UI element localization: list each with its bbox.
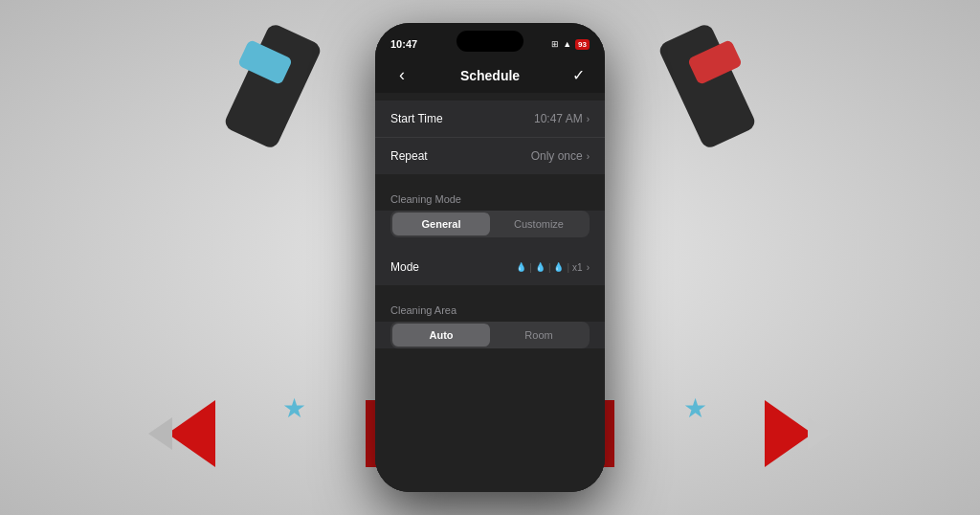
wifi-icon: ▲ xyxy=(563,39,571,49)
red-arrow-right xyxy=(765,400,813,467)
red-arrow-right-notch xyxy=(808,417,832,450)
sep-1: | xyxy=(529,262,532,273)
sep-3: | xyxy=(567,262,569,273)
star-right-icon: ★ xyxy=(683,392,707,424)
water-icon-1: 💧 xyxy=(516,262,526,272)
battery-badge: 93 xyxy=(575,39,590,50)
back-button[interactable]: ‹ xyxy=(390,65,413,85)
segment-customize[interactable]: Customize xyxy=(490,213,588,235)
cleaning-area-header: Cleaning Area xyxy=(375,297,605,322)
repeat-chevron-icon: › xyxy=(587,151,590,162)
grid-icon: ⊞ xyxy=(551,39,559,49)
spacer-top xyxy=(375,93,605,101)
mode-chevron-icon: › xyxy=(587,262,590,273)
cleaning-mode-section: Cleaning Mode General Customize Mode 💧 |… xyxy=(375,186,605,285)
segment-room[interactable]: Room xyxy=(490,324,588,347)
status-icons: ⊞ ▲ 93 xyxy=(551,39,590,50)
sep-2: | xyxy=(548,262,551,273)
mode-label: Mode xyxy=(390,260,419,274)
nav-title: Schedule xyxy=(460,68,520,83)
start-time-row[interactable]: Start Time 10:47 AM › xyxy=(375,101,605,138)
dynamic-island xyxy=(457,31,523,52)
segment-auto[interactable]: Auto xyxy=(392,324,490,347)
screen-content: Start Time 10:47 AM › Repeat Only once › xyxy=(375,93,605,492)
start-time-label: Start Time xyxy=(390,112,443,125)
phone-screen: ‹ Schedule ✓ Start Time 10:47 AM › xyxy=(375,57,605,492)
mode-value: 💧 | 💧 | 💧 | x1 › xyxy=(516,262,590,273)
segment-general[interactable]: General xyxy=(392,213,490,235)
cleaning-mode-header: Cleaning Mode xyxy=(375,186,605,211)
water-icon-2: 💧 xyxy=(535,262,546,272)
phone: 10:47 ⊞ ▲ 93 ‹ Schedule ✓ xyxy=(375,23,605,492)
vacuum-left xyxy=(222,22,323,150)
vacuum-right xyxy=(657,22,757,150)
start-time-chevron-icon: › xyxy=(587,114,590,124)
nav-bar: ‹ Schedule ✓ xyxy=(375,57,605,93)
phone-body: 10:47 ⊞ ▲ 93 ‹ Schedule ✓ xyxy=(375,23,605,492)
cleaning-mode-segment: General Customize xyxy=(390,211,590,237)
mode-icons: 💧 | 💧 | 💧 | x1 xyxy=(516,262,582,273)
time-repeat-section: Start Time 10:47 AM › Repeat Only once › xyxy=(375,101,605,174)
start-time-text: 10:47 AM xyxy=(534,112,583,125)
cleaning-area-section: Cleaning Area Auto Room xyxy=(375,297,605,348)
star-left-icon: ★ xyxy=(282,392,306,424)
red-arrow-left xyxy=(167,400,215,467)
repeat-label: Repeat xyxy=(390,149,428,163)
water-icon-3: 💧 xyxy=(553,262,564,272)
mode-x1-text: x1 xyxy=(572,262,583,273)
confirm-button[interactable]: ✓ xyxy=(567,66,590,84)
repeat-row[interactable]: Repeat Only once › xyxy=(375,138,605,174)
cleaning-area-segment: Auto Room xyxy=(390,322,590,348)
start-time-value: 10:47 AM › xyxy=(534,112,590,125)
red-arrow-left-notch xyxy=(148,417,172,450)
repeat-text: Only once xyxy=(531,149,583,163)
status-time: 10:47 xyxy=(390,38,417,50)
mode-row[interactable]: Mode 💧 | 💧 | 💧 | x1 › xyxy=(375,249,605,285)
repeat-value: Only once › xyxy=(531,149,590,163)
